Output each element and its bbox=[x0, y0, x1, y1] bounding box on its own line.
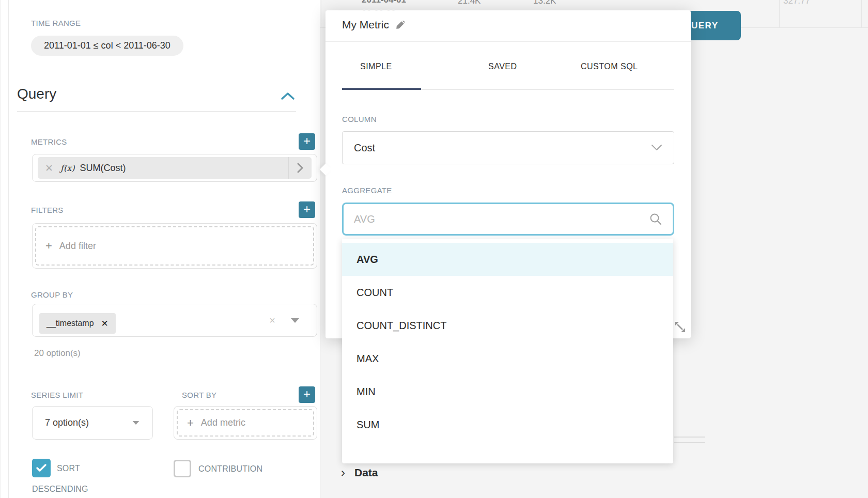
add-metric-label: Add metric bbox=[201, 417, 245, 428]
search-icon bbox=[649, 212, 662, 226]
panel-border bbox=[8, 0, 9, 498]
table-cell-value: 13.2K bbox=[533, 0, 556, 8]
add-sort-metric-plus-button[interactable]: + bbox=[299, 386, 315, 403]
data-panel-header[interactable]: › Data bbox=[341, 466, 378, 479]
column-select[interactable]: Cost bbox=[342, 131, 674, 164]
add-filter-plus-button[interactable]: + bbox=[299, 201, 315, 218]
query-section-title: Query bbox=[17, 86, 56, 102]
aggregate-search-input[interactable]: AVG bbox=[342, 203, 674, 236]
sort-descending-label-line1: SORT bbox=[57, 464, 80, 473]
section-divider bbox=[17, 111, 296, 112]
run-query-button[interactable]: UERY bbox=[687, 11, 741, 40]
metric-chip-label: SUM(Cost) bbox=[80, 163, 126, 174]
dropdown-caret-icon bbox=[133, 421, 140, 425]
clear-all-icon[interactable]: × bbox=[269, 304, 275, 336]
add-sort-metric-button[interactable]: + Add metric bbox=[177, 409, 314, 437]
background-divider-line bbox=[674, 442, 705, 443]
chart-explorer-screen: 2011-04-01 00:00:00 21.4K 13.2K 327.77 U… bbox=[0, 0, 868, 498]
group-by-tag-label: __timestamp bbox=[47, 319, 94, 328]
metrics-field: ✕ ƒ(x) SUM(Cost) bbox=[32, 154, 317, 182]
metric-popover-tabs: SIMPLE SAVED CUSTOM SQL bbox=[342, 62, 674, 93]
series-limit-select[interactable]: 7 option(s) bbox=[32, 406, 153, 440]
contribution-label: CONTRIBUTION bbox=[198, 464, 262, 474]
tab-saved[interactable]: SAVED bbox=[488, 62, 517, 71]
plus-icon: + bbox=[45, 240, 52, 252]
contribution-checkbox[interactable] bbox=[174, 460, 191, 477]
add-filter-label: Add filter bbox=[59, 241, 96, 252]
add-metric-plus-button[interactable]: + bbox=[299, 133, 315, 150]
option-sum[interactable]: SUM bbox=[342, 408, 673, 441]
aggregate-label: AGGREGATE bbox=[342, 186, 392, 195]
sort-descending-label-line2: DESCENDING bbox=[32, 485, 88, 494]
resize-diagonal-icon[interactable] bbox=[673, 320, 687, 336]
table-cell-value: 21.4K bbox=[458, 0, 481, 8]
tab-simple[interactable]: SIMPLE bbox=[360, 62, 392, 71]
filters-field: + Add filter bbox=[32, 223, 317, 269]
time-range-value: 2011-01-01 ≤ col < 2011-06-30 bbox=[44, 40, 171, 51]
option-count-distinct[interactable]: COUNT_DISTINCT bbox=[342, 309, 673, 342]
remove-metric-icon[interactable]: ✕ bbox=[38, 162, 60, 174]
table-gridline bbox=[861, 0, 862, 27]
time-range-label: TIME RANGE bbox=[31, 19, 81, 27]
chevron-right-icon: › bbox=[341, 466, 345, 479]
popover-header-divider bbox=[326, 41, 691, 42]
column-label: COLUMN bbox=[342, 115, 377, 123]
table-cell-value: 327.77 bbox=[783, 0, 810, 8]
option-min[interactable]: MIN bbox=[342, 375, 673, 408]
dropdown-caret-icon[interactable] bbox=[291, 318, 299, 323]
metrics-label: METRICS bbox=[31, 137, 67, 146]
collapse-section-icon[interactable] bbox=[281, 92, 295, 100]
group-by-options-hint: 20 option(s) bbox=[34, 348, 81, 359]
chevron-down-icon bbox=[651, 144, 662, 151]
tab-custom-sql[interactable]: CUSTOM SQL bbox=[581, 62, 638, 71]
filters-label: FILTERS bbox=[31, 206, 64, 214]
group-by-tag[interactable]: __timestamp ✕ bbox=[39, 313, 116, 334]
aggregate-options-dropdown: AVG COUNT COUNT_DISTINCT MAX MIN SUM bbox=[342, 239, 673, 463]
run-query-label: UERY bbox=[691, 21, 719, 31]
sort-by-field: + Add metric bbox=[174, 406, 317, 440]
table-gridline bbox=[321, 0, 321, 27]
edit-metric-caret-icon[interactable] bbox=[288, 157, 312, 179]
add-filter-button[interactable]: + Add filter bbox=[35, 226, 314, 266]
option-max[interactable]: MAX bbox=[342, 342, 673, 375]
option-avg[interactable]: AVG bbox=[342, 243, 673, 276]
fx-icon: ƒ(x) bbox=[60, 163, 74, 173]
table-gridline bbox=[779, 0, 780, 27]
popover-title: My Metric bbox=[342, 19, 405, 31]
data-panel-title: Data bbox=[354, 466, 378, 479]
plus-icon: + bbox=[187, 417, 194, 429]
option-count[interactable]: COUNT bbox=[342, 276, 673, 309]
group-by-select[interactable]: __timestamp ✕ × bbox=[32, 304, 317, 337]
metric-chip[interactable]: ✕ ƒ(x) SUM(Cost) bbox=[38, 157, 312, 179]
aggregate-placeholder: AVG bbox=[354, 213, 375, 225]
active-tab-indicator bbox=[342, 88, 421, 90]
series-limit-value: 7 option(s) bbox=[45, 417, 89, 428]
time-range-pill[interactable]: 2011-01-01 ≤ col < 2011-06-30 bbox=[31, 36, 183, 56]
remove-tag-icon[interactable]: ✕ bbox=[101, 318, 109, 329]
sort-by-label: SORT BY bbox=[182, 391, 216, 399]
metric-name: My Metric bbox=[342, 19, 389, 31]
series-limit-label: SERIES LIMIT bbox=[31, 391, 83, 399]
background-divider-line bbox=[674, 437, 705, 438]
sort-descending-checkbox[interactable] bbox=[32, 459, 51, 477]
edit-name-pencil-icon[interactable] bbox=[395, 20, 405, 30]
column-select-value: Cost bbox=[354, 142, 375, 154]
group-by-label: GROUP BY bbox=[31, 290, 73, 299]
